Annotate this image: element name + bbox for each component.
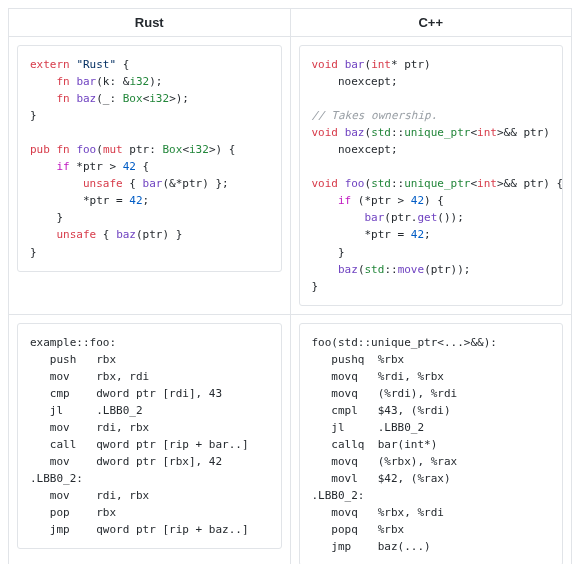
- rust-assembly: example::foo: push rbx mov rbx, rdi cmp …: [17, 323, 282, 550]
- cpp-source-code: void bar(int* ptr) noexcept; // Takes ow…: [299, 45, 564, 306]
- header-rust: Rust: [9, 9, 291, 37]
- comparison-table: Rust C++ extern "Rust" { fn bar(k: &i32)…: [8, 8, 572, 564]
- header-cpp: C++: [290, 9, 572, 37]
- rust-source-code: extern "Rust" { fn bar(k: &i32); fn baz(…: [17, 45, 282, 272]
- cpp-assembly: foo(std::unique_ptr<...>&&): pushq %rbx …: [299, 323, 564, 564]
